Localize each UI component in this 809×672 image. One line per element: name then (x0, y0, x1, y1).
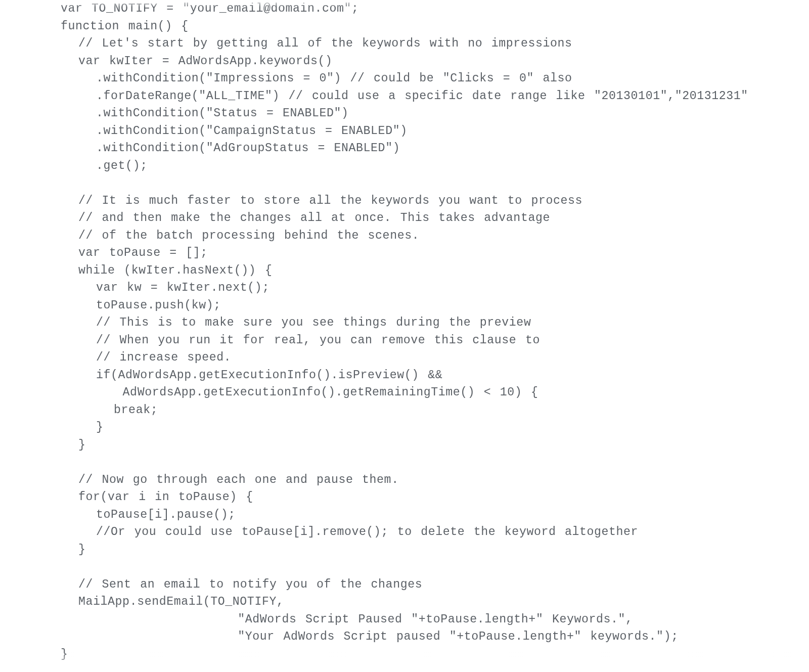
code-block: var TO_NOTIFY = "your_email@domain.com";… (0, 0, 809, 663)
